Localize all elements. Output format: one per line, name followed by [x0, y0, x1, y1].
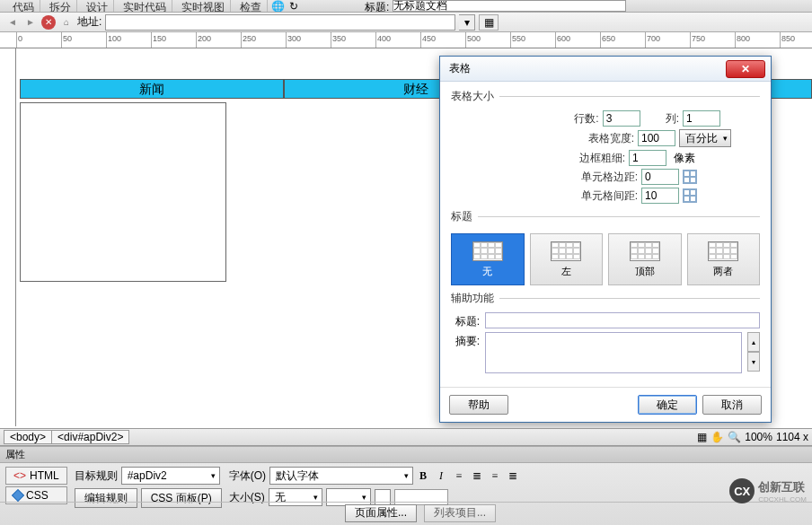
caption-both[interactable]: 两者	[687, 233, 761, 285]
section-caption: 标题	[451, 209, 760, 228]
selector-icon[interactable]: ▦	[697, 431, 707, 443]
watermark-logo-icon: CX	[729, 478, 755, 503]
rows-input[interactable]	[603, 110, 640, 127]
summary-spin-down[interactable]: ▾	[747, 352, 760, 372]
cell-news[interactable]: 新闻	[20, 79, 284, 99]
close-button[interactable]: ✕	[726, 60, 765, 78]
tb-split[interactable]: 拆分	[44, 0, 77, 13]
rows-label: 行数:	[574, 111, 598, 127]
page-properties-button[interactable]: 页面属性...	[345, 504, 417, 522]
tag-body[interactable]: <body>	[4, 430, 52, 444]
forward-icon[interactable]: ►	[23, 15, 38, 30]
address-label: 地址:	[77, 14, 102, 30]
cellspace-icon	[683, 188, 697, 203]
cols-label: 列:	[666, 111, 679, 127]
dialog-title: 表格	[449, 61, 726, 76]
bold-icon[interactable]: B	[417, 469, 429, 483]
width-label: 表格宽度:	[588, 131, 634, 146]
address-dropdown[interactable]: ▾	[459, 14, 475, 31]
address-bar: ◄ ► ✕ ⌂ 地址: ▾ ▦	[0, 13, 812, 32]
properties-panel: 属性 <>HTML CSS 目标规则 #apDiv2 编辑规则 CSS 面板(P…	[0, 446, 812, 525]
coords: 1104 x	[776, 431, 808, 443]
tb-code[interactable]: 代码	[7, 0, 40, 13]
border-input[interactable]	[629, 150, 666, 166]
caption-left[interactable]: 左	[530, 233, 604, 285]
watermark: CX 创新互联 CDCXHL.COM	[729, 478, 807, 503]
width-input[interactable]	[638, 130, 675, 146]
align-right-icon[interactable]: ≡	[489, 469, 501, 483]
tag-selector-bar: <body> <div#apDiv2> ▦ ✋ 🔍 100% 1104 x	[0, 428, 812, 446]
font-select[interactable]: 默认字体	[269, 467, 413, 485]
italic-icon[interactable]: I	[435, 469, 447, 483]
caption-none[interactable]: 无	[451, 233, 525, 285]
main-toolbar: 代码 拆分 设计 实时代码 实时视图 检查 🌐 ↻ 标题:	[0, 0, 812, 13]
cols-input[interactable]	[683, 110, 720, 127]
cellpad-input[interactable]	[641, 169, 679, 185]
back-icon[interactable]: ◄	[5, 15, 20, 30]
zoom-value[interactable]: 100%	[745, 431, 772, 443]
border-label: 边框粗细:	[579, 151, 625, 166]
tb-liveview[interactable]: 实时视图	[176, 0, 231, 13]
cellspace-label: 单元格间距:	[581, 188, 638, 204]
tb-design[interactable]: 设计	[81, 0, 114, 13]
caption-field-input[interactable]	[485, 312, 760, 328]
table-dialog: 表格 ✕ 表格大小 行数: 列: 表格宽度: 百分比 边框粗细: 像素 单元格边…	[439, 56, 772, 423]
width-unit-select[interactable]: 百分比	[679, 129, 731, 147]
list-item-button: 列表项目...	[424, 504, 496, 522]
caption-top[interactable]: 顶部	[608, 233, 682, 285]
font-label: 字体(O)	[229, 468, 266, 484]
cellpad-label: 单元格边距:	[581, 170, 638, 185]
ok-button[interactable]: 确定	[638, 395, 697, 415]
ruler-horizontal: 0501001502002503003504004505005506006507…	[0, 32, 812, 48]
align-left-icon[interactable]: ≡	[453, 469, 465, 483]
doc-title-label: 标题:	[365, 0, 389, 13]
summary-label: 摘要:	[451, 332, 480, 349]
refresh-icon[interactable]: ↻	[289, 0, 304, 13]
zoom-icon[interactable]: 🔍	[728, 431, 741, 443]
hand-icon[interactable]: ✋	[710, 431, 724, 443]
stop-icon[interactable]: ✕	[41, 15, 56, 30]
properties-title: 属性	[0, 447, 812, 463]
ruler-vertical	[0, 48, 16, 426]
globe-icon[interactable]: 🌐	[271, 0, 286, 13]
ap-div2[interactable]	[20, 102, 226, 282]
home-icon[interactable]: ⌂	[59, 15, 74, 30]
section-table-size: 表格大小	[451, 89, 760, 108]
summary-input[interactable]	[485, 332, 742, 373]
align-center-icon[interactable]: ≣	[471, 469, 483, 483]
help-button[interactable]: 帮助	[449, 395, 508, 415]
border-unit: 像素	[670, 151, 699, 166]
cellpad-icon	[683, 170, 697, 184]
doc-title-input[interactable]	[393, 0, 626, 12]
align-justify-icon[interactable]: ≣	[507, 469, 519, 483]
tb-inspect[interactable]: 检查	[234, 0, 268, 13]
target-rule-select[interactable]: #apDiv2	[121, 467, 220, 485]
tb-livecode[interactable]: 实时代码	[118, 0, 172, 13]
cancel-button[interactable]: 取消	[702, 395, 762, 415]
tab-html[interactable]: <>HTML	[5, 467, 67, 485]
dialog-titlebar[interactable]: 表格 ✕	[440, 57, 771, 82]
address-input[interactable]	[105, 14, 455, 31]
target-rule-label: 目标规则	[75, 468, 118, 484]
cellspace-input[interactable]	[641, 188, 679, 204]
browse-icon[interactable]: ▦	[479, 14, 499, 31]
caption-field-label: 标题:	[451, 312, 480, 329]
summary-spin-up[interactable]: ▴	[747, 332, 760, 352]
section-accessibility: 辅助功能	[451, 291, 760, 310]
tag-apdiv2[interactable]: <div#apDiv2>	[51, 430, 129, 444]
